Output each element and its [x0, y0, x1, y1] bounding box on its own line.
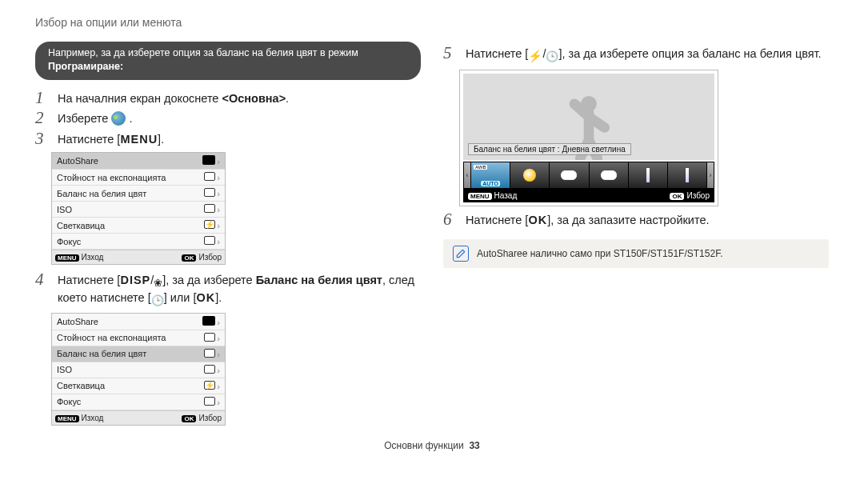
right-column: 5 Натиснете [⚡/🕒], за да изберете опция …	[443, 42, 829, 432]
wb-strip-prev[interactable]: ‹	[464, 162, 470, 188]
step-post: ].	[158, 133, 164, 146]
menu-row-flash[interactable]: Светкавица›	[52, 378, 225, 394]
footer-select-label: Избор	[198, 414, 222, 422]
step-6: 6 Натиснете [OK], за да запазите настрой…	[443, 211, 829, 229]
menu-label: AutoShare	[57, 317, 98, 326]
world-icon	[111, 111, 126, 126]
wb-chip-shade[interactable]	[590, 162, 628, 188]
menu-row-focus[interactable]: Фокус›	[52, 394, 225, 410]
step-number: 4	[35, 271, 50, 288]
step-number: 2	[35, 110, 50, 126]
footer-exit-label: Изход	[82, 414, 104, 422]
step-number: 6	[443, 211, 458, 228]
ok-key: OK	[528, 214, 547, 226]
wb-footer-select: Избор	[686, 191, 710, 200]
step-number: 5	[443, 45, 458, 62]
menu-key-icon: MENU	[468, 193, 492, 200]
flash-icon	[204, 381, 215, 390]
footer-section: Основни функции	[384, 440, 464, 451]
step-post: .	[129, 112, 132, 125]
wb-footer-back: Назад	[494, 191, 518, 200]
iso-icon	[204, 365, 215, 374]
step-text: Натиснете [	[58, 133, 120, 146]
menu-row-flash[interactable]: Светкавица›	[52, 218, 225, 234]
wb-icon	[204, 349, 215, 358]
globe-icon	[202, 155, 215, 165]
menu-row-exposure[interactable]: Стойност на експонацията›	[52, 330, 225, 346]
wb-chip-cloudy[interactable]	[550, 162, 588, 188]
menu-row-iso[interactable]: ISO›	[52, 362, 225, 378]
step-bold: <Основна>	[222, 92, 286, 105]
note-text: AutoSharee налично само при ST150F/ST151…	[477, 248, 722, 259]
cloud-icon	[601, 170, 617, 180]
wb-chip-fluorescent1[interactable]	[629, 162, 667, 188]
ok-key-icon: OK	[182, 415, 196, 422]
page-footer: Основни функции 33	[35, 440, 829, 451]
menu-label: ISO	[57, 205, 72, 214]
cloud-icon	[561, 170, 577, 180]
left-column: Например, за да изберете опция за баланс…	[35, 42, 421, 432]
step-5: 5 Натиснете [⚡/🕒], за да изберете опция …	[443, 45, 829, 65]
focus-icon	[204, 236, 215, 245]
camera-menu-step4: AutoShare› Стойност на експонацията› Бал…	[51, 313, 226, 426]
menu-label: Фокус	[57, 237, 81, 246]
menu-label: Баланс на белия цвят	[57, 189, 146, 198]
menu-row-autoshare[interactable]: AutoShare›	[52, 314, 225, 330]
step-number: 1	[35, 90, 50, 106]
menu-row-whitebalance[interactable]: Баланс на белия цвят›	[52, 186, 225, 202]
step-post: ], за да запазите настройките.	[547, 214, 709, 226]
menu-label: Фокус	[57, 397, 81, 406]
step-bold: Баланс на белия цвят	[256, 274, 382, 286]
camera-menu-footer: MENUИзход OKИзбор	[52, 250, 225, 264]
menu-label: Стойност на експонацията	[57, 173, 166, 182]
page-number: 33	[469, 440, 479, 451]
menu-row-iso[interactable]: ISO›	[52, 202, 225, 218]
step-1: 1 На началния екран докоснете <Основна>.	[35, 90, 421, 107]
step-text: ] или [	[164, 291, 197, 304]
menu-key: MENU	[120, 133, 158, 146]
wb-chip-daylight[interactable]	[510, 162, 549, 188]
sun-icon	[523, 169, 536, 182]
step-3: 3 Натиснете [MENU].	[35, 130, 421, 148]
wb-strip-next[interactable]: ›	[707, 162, 714, 188]
menu-key-icon: MENU	[55, 254, 79, 262]
menu-label: AutoShare	[57, 156, 98, 166]
step-2: 2 Изберете .	[35, 110, 421, 127]
wb-chip-fluorescent2[interactable]	[668, 162, 706, 188]
ok-key-icon: OK	[182, 254, 196, 262]
menu-row-focus[interactable]: Фокус›	[52, 234, 225, 250]
camera-menu-footer: MENUИзход OKИзбор	[52, 410, 225, 425]
step-text: На началния екран докоснете	[58, 92, 222, 105]
wb-footer: MENUНазад OKИзбор	[463, 189, 714, 202]
menu-row-autoshare[interactable]: AutoShare›	[52, 153, 225, 170]
exposure-icon	[204, 172, 215, 181]
menu-row-exposure[interactable]: Стойност на експонацията›	[52, 170, 225, 186]
menu-row-whitebalance[interactable]: Баланс на белия цвят›	[52, 346, 225, 362]
iso-icon	[204, 204, 215, 213]
note-icon	[453, 246, 469, 262]
camera-menu-step3: AutoShare› Стойност на експонацията› Бал…	[51, 152, 226, 265]
wb-preview: Баланс на белия цвят : Дневна светлина ‹…	[459, 70, 718, 206]
step-text: Изберете	[58, 112, 111, 125]
menu-label: Светкавица	[57, 221, 105, 230]
timer-icon: 🕒	[546, 50, 558, 64]
wb-chip-auto[interactable]: AWBAUTO	[471, 162, 510, 188]
wb-photo-area: Баланс на белия цвят : Дневна светлина	[463, 74, 714, 160]
footer-exit-label: Изход	[82, 253, 104, 262]
wb-caption: Баланс на белия цвят : Дневна светлина	[468, 143, 631, 155]
step-4: 4 Натиснете [DISP/❀], за да изберете Бал…	[35, 271, 421, 307]
disp-key: DISP	[120, 274, 150, 286]
flash-icon: ⚡	[528, 49, 542, 65]
footer-select-label: Избор	[198, 253, 222, 262]
lamp-icon	[646, 168, 650, 182]
menu-label: Светкавица	[57, 381, 105, 390]
menu-label: ISO	[57, 365, 72, 374]
example-pill-text: Например, за да изберете опция за баланс…	[48, 47, 358, 58]
step-text: Натиснете [	[58, 274, 120, 286]
menu-key-icon: MENU	[55, 415, 79, 422]
step-text: ], за да изберете опция за баланс на бел…	[558, 47, 821, 60]
timer-icon: 🕒	[151, 294, 164, 308]
step-text: Натиснете [	[466, 214, 528, 226]
macro-flower-icon: ❀	[154, 276, 162, 290]
breadcrumb: Избор на опции или менюта	[35, 16, 829, 29]
